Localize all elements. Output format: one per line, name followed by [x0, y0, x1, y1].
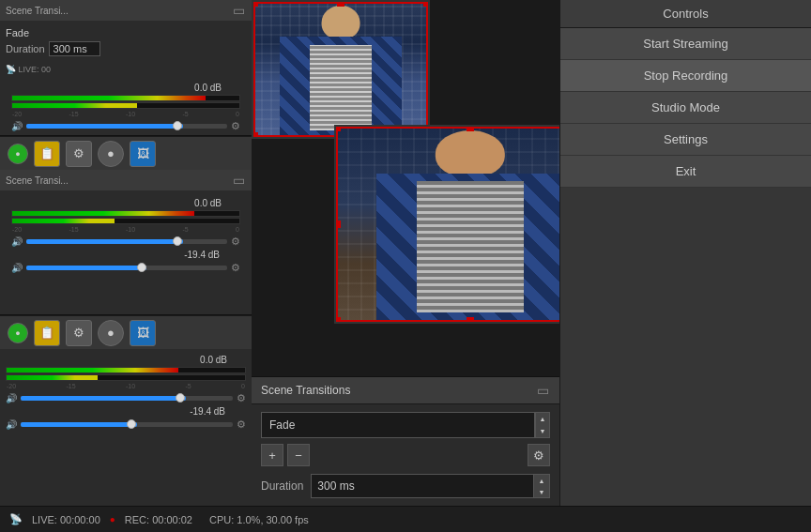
handle-bl-small[interactable] [252, 132, 258, 139]
handle-tc-small[interactable] [337, 0, 344, 7]
rec-status-text: REC: 00:00:02 [125, 514, 192, 525]
studio-mode-btn[interactable]: Studio Mode [560, 92, 811, 124]
status-bar: 📡 LIVE: 00:00:00 ● REC: 00:00:02 CPU: 1.… [0, 506, 811, 532]
stripe-large [417, 181, 524, 312]
gear-icon-top[interactable]: ⚙ [231, 120, 240, 132]
left-column: Scene Transi... ▭ Fade Duration 📡 LIVE: … [0, 0, 252, 506]
chevron-up[interactable]: ▲ [536, 413, 549, 425]
toolbar-mid-btn-scenes[interactable]: 📋 [34, 320, 60, 346]
fader-mid-2[interactable] [26, 266, 227, 270]
left-bottom-section: 0.0 dB -20 -15 -10 -5 [0, 349, 252, 506]
handle-tc-large[interactable] [467, 125, 474, 131]
handle-tl-small[interactable] [252, 0, 258, 7]
right-column: Controls Start Streaming Stop Recording … [559, 0, 811, 506]
mini-st-header-mid: Scene Transi... ▭ [0, 170, 252, 190]
toolbar-mid-btn-preview[interactable]: 🖼 [130, 320, 156, 346]
cpu-status-text: CPU: 1.0%, 30.00 fps [209, 514, 309, 525]
audio-fill-top-2 [12, 103, 137, 108]
vol-line-top: 🔊 ⚙ [11, 120, 240, 132]
mini-st-minimize-mid[interactable]: ▭ [231, 173, 246, 188]
exit-btn[interactable]: Exit [560, 156, 811, 188]
transition-chevrons[interactable]: ▲ ▼ [535, 412, 550, 438]
scene-transitions-panel: Scene Transitions ▭ Fade ▲ ▼ [252, 376, 559, 506]
audio-bar-bot-2 [6, 374, 246, 381]
toolbar-btn-obs[interactable]: ● [98, 141, 124, 167]
handle-bl-large[interactable] [334, 317, 341, 324]
speaker-icon-mid: 🔊 [11, 236, 23, 247]
db-header-bottom: 0.0 dB [6, 355, 246, 365]
audio-fill-mid-2 [12, 219, 115, 223]
transition-select[interactable]: Fade [261, 412, 535, 438]
mini-duration-row: Duration [6, 41, 246, 56]
gear-icon-bot-2[interactable]: ⚙ [237, 418, 246, 431]
remove-transition-btn[interactable]: − [287, 444, 310, 466]
toolbar-btn-preview[interactable]: 🖼 [130, 141, 156, 167]
mini-duration-input[interactable] [49, 41, 100, 56]
audio-ticks-top: -20 -15 -10 -5 0 [11, 111, 240, 117]
preview-small [252, 0, 430, 139]
controls-panel: Controls Start Streaming Stop Recording … [560, 0, 811, 188]
duration-label: Duration [261, 479, 303, 493]
stripe-small [310, 45, 373, 130]
audio-fill-bot-1 [7, 368, 178, 372]
fader-mid[interactable] [26, 239, 227, 244]
add-transition-btn[interactable]: + [261, 444, 283, 466]
audio-bars-bottom [6, 367, 246, 381]
duration-input[interactable] [312, 477, 533, 495]
audio-bars-top [11, 95, 240, 109]
toolbar-btn-scenes[interactable]: 📋 [34, 141, 60, 167]
mini-st-minimize[interactable]: ▭ [231, 3, 246, 18]
vol-line-bot: 🔊 ⚙ [6, 392, 246, 404]
duration-spin-down[interactable]: ▼ [534, 486, 549, 497]
toolbar-mid-btn-settings[interactable]: ⚙ [66, 320, 92, 346]
audio-bars-mid [11, 210, 240, 224]
scene-transitions-body: Fade ▲ ▼ + − ⚙ [252, 404, 559, 506]
fader-bot-2[interactable] [21, 422, 233, 427]
top-row: Scene Transi... ▭ Fade Duration 📡 LIVE: … [0, 0, 811, 506]
transition-settings-btn[interactable]: ⚙ [528, 444, 550, 466]
transition-dropdown-row: Fade ▲ ▼ [261, 412, 550, 438]
toolbar-btn-live[interactable]: ● [8, 144, 28, 164]
mini-st-title: Scene Transi... [6, 6, 69, 16]
left-mid-section: Scene Transi... ▭ 0.0 dB [0, 170, 252, 315]
gear-icon-bot[interactable]: ⚙ [237, 392, 246, 404]
transition-selected: Fade [269, 418, 295, 432]
handle-ml-large[interactable] [334, 220, 341, 228]
toolbar-mid-btn-live[interactable]: ● [8, 323, 28, 343]
audio-section-mid: 0.0 dB -20 -15 -10 -5 [6, 194, 246, 280]
fader-bot[interactable] [21, 396, 233, 401]
app-layout: Scene Transi... ▭ Fade Duration 📡 LIVE: … [0, 0, 811, 532]
vol-line-bot-2: 🔊 ⚙ [6, 418, 246, 431]
duration-row: Duration ▲ ▼ [261, 474, 550, 498]
db-neg-bot: -19.4 dB [6, 406, 225, 417]
mini-fade-label: Fade [6, 27, 246, 38]
preview-area [252, 0, 559, 376]
center-column: Scene Transitions ▭ Fade ▲ ▼ [252, 0, 559, 506]
db-header-mid: 0.0 dB [11, 198, 240, 208]
audio-section-bottom: 0.0 dB -20 -15 -10 -5 [0, 349, 252, 436]
gear-icon-mid-2[interactable]: ⚙ [231, 262, 240, 274]
toolbar-mid-btn-obs[interactable]: ● [98, 320, 124, 346]
toolbar-btn-settings[interactable]: ⚙ [66, 141, 92, 167]
start-streaming-btn[interactable]: Start Streaming [560, 28, 811, 60]
handle-tr-small[interactable] [423, 0, 430, 7]
stop-recording-btn[interactable]: Stop Recording [560, 60, 811, 92]
mini-scene-transitions-header: Scene Transi... ▭ [0, 0, 252, 21]
audio-bar-bot-1 [6, 367, 246, 373]
st-actions-row: + − ⚙ [261, 444, 550, 466]
audio-fill-top-1 [12, 96, 206, 100]
scene-transitions-minimize[interactable]: ▭ [535, 383, 550, 398]
handle-bc-large[interactable] [467, 317, 474, 324]
settings-btn[interactable]: Settings [560, 124, 811, 156]
audio-bar-top-2 [11, 102, 240, 109]
fader-top[interactable] [26, 124, 227, 129]
audio-section-top: 0.0 dB -20 -15 [6, 79, 246, 136]
duration-spin-up[interactable]: ▲ [534, 475, 549, 486]
rec-dot: ● [110, 514, 115, 524]
handle-tl-large[interactable] [334, 125, 341, 131]
live-icon: 📡 [6, 65, 16, 74]
audio-bar-mid-2 [11, 218, 240, 224]
gear-icon-mid[interactable]: ⚙ [231, 236, 240, 248]
chevron-down[interactable]: ▼ [536, 425, 549, 437]
audio-ticks-mid: -20 -15 -10 -5 0 [11, 226, 240, 233]
